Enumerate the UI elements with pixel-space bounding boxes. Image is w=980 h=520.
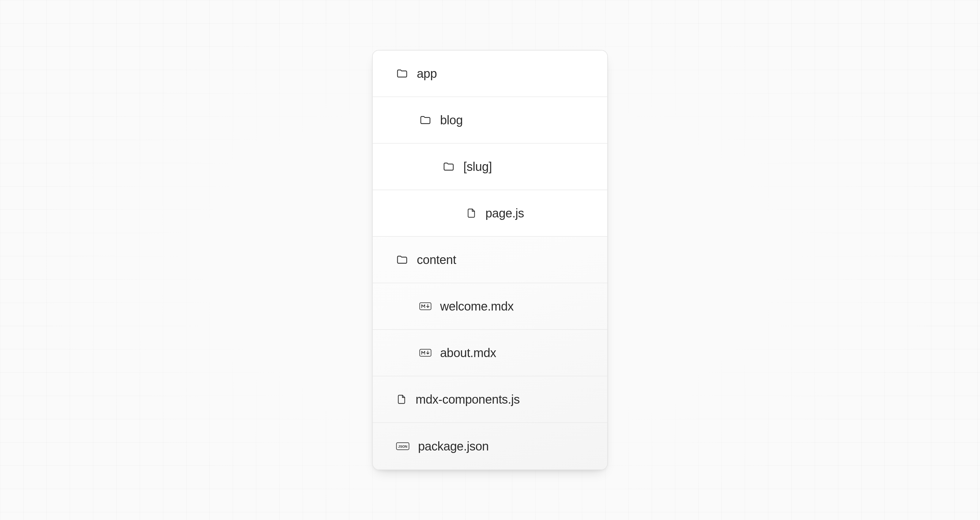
file-icon — [396, 394, 407, 405]
file-icon — [466, 208, 477, 219]
tree-row-slug[interactable]: [slug] — [373, 144, 607, 190]
tree-item-label: mdx-components.js — [415, 393, 520, 406]
tree-item-label: app — [417, 67, 437, 81]
tree-row-welcome-mdx[interactable]: welcome.mdx — [373, 283, 607, 330]
tree-item-label: [slug] — [463, 160, 492, 173]
tree-row-app[interactable]: app — [373, 51, 607, 97]
folder-icon — [396, 67, 408, 80]
tree-row-about-mdx[interactable]: about.mdx — [373, 330, 607, 376]
tree-row-blog[interactable]: blog — [373, 97, 607, 144]
folder-icon — [442, 161, 455, 173]
tree-item-label: about.mdx — [440, 346, 496, 360]
tree-row-mdx-components[interactable]: mdx-components.js — [373, 376, 607, 423]
mdx-icon — [419, 349, 431, 357]
tree-row-package-json[interactable]: JSON package.json — [373, 423, 607, 469]
file-tree-panel: app blog [slug] page.js — [372, 50, 608, 470]
tree-item-label: page.js — [485, 207, 524, 220]
tree-item-label: content — [417, 253, 456, 267]
folder-icon — [396, 254, 408, 266]
tree-item-label: blog — [440, 113, 463, 127]
tree-row-content[interactable]: content — [373, 237, 607, 283]
tree-row-page-js[interactable]: page.js — [373, 190, 607, 237]
tree-item-label: welcome.mdx — [440, 299, 514, 313]
folder-icon — [419, 114, 431, 126]
json-icon: JSON — [396, 442, 409, 450]
mdx-icon — [419, 302, 431, 310]
svg-text:JSON: JSON — [398, 445, 407, 448]
tree-item-label: package.json — [418, 439, 489, 453]
stage: app blog [slug] page.js — [0, 0, 980, 520]
